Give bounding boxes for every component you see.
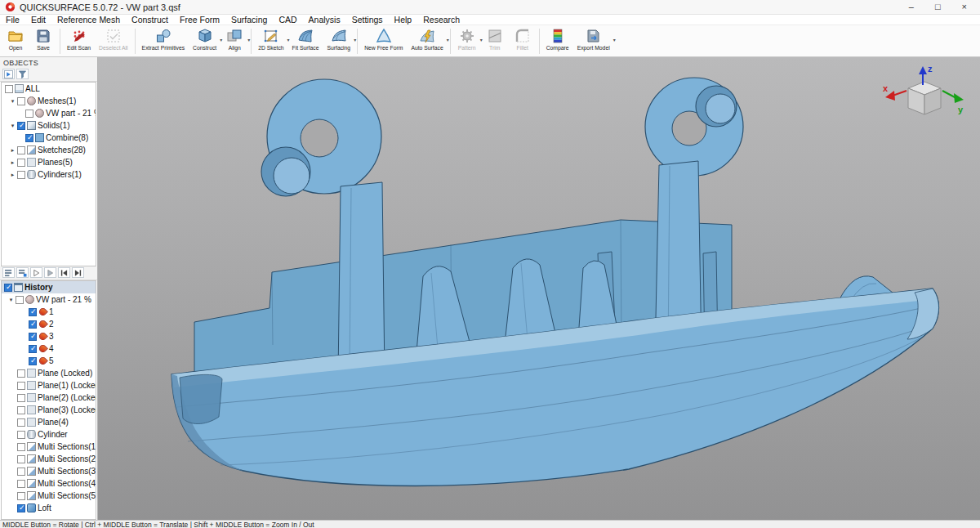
- checkbox[interactable]: [17, 492, 25, 500]
- minimize-button[interactable]: –: [909, 2, 914, 11]
- trim-button[interactable]: Trim: [481, 26, 509, 56]
- checkbox[interactable]: [4, 284, 12, 292]
- tree-row[interactable]: Plane(3) (Locked): [2, 404, 96, 416]
- menu-analysis[interactable]: Analysis: [303, 15, 346, 25]
- fillet-button[interactable]: Fillet: [509, 26, 537, 56]
- tree-row[interactable]: VW part - 21 % (T:: [2, 107, 96, 119]
- show-selected-button[interactable]: [2, 69, 15, 79]
- export-model-button[interactable]: Export Model ▾: [573, 26, 614, 56]
- checkbox[interactable]: [5, 85, 13, 93]
- checkbox[interactable]: [29, 357, 37, 365]
- checkbox[interactable]: [29, 333, 37, 341]
- auto-surface-button[interactable]: Auto Surface ▾: [407, 26, 447, 56]
- checkbox[interactable]: [17, 97, 25, 105]
- tree-row[interactable]: 1: [2, 306, 96, 318]
- tree-row[interactable]: ▾Solids(1): [2, 119, 96, 132]
- replay-step-icon[interactable]: [30, 267, 42, 278]
- tree-row[interactable]: 2: [2, 318, 96, 330]
- checkbox[interactable]: [29, 320, 37, 329]
- tree-row[interactable]: Loft: [2, 502, 96, 514]
- filter-icon[interactable]: [16, 69, 29, 79]
- fit-surface-button[interactable]: Fit Surface: [288, 26, 323, 56]
- menu-help[interactable]: Help: [389, 15, 418, 25]
- skip-start-icon[interactable]: [58, 267, 70, 278]
- tree-row[interactable]: ▸Cylinders(1): [2, 168, 96, 181]
- expander-open-icon[interactable]: ▾: [9, 123, 16, 128]
- tree-row[interactable]: Plane (Locked): [2, 367, 96, 379]
- tree-row[interactable]: ▾VW part - 21 %: [2, 293, 96, 306]
- expander-closed-icon[interactable]: ▸: [9, 172, 16, 177]
- deselect-all-button[interactable]: Deselect All: [95, 26, 132, 56]
- align-button[interactable]: Align ▾: [220, 26, 248, 56]
- surfacing-button[interactable]: Surfacing ▾: [323, 26, 354, 56]
- tree-row[interactable]: 4: [2, 342, 96, 355]
- menu-research[interactable]: Research: [417, 15, 466, 25]
- expander-closed-icon[interactable]: ▸: [9, 147, 16, 153]
- pattern-button[interactable]: Pattern ▾: [453, 26, 481, 56]
- menu-reference-mesh[interactable]: Reference Mesh: [51, 15, 126, 25]
- dropdown-arrow-icon[interactable]: ▾: [447, 37, 449, 43]
- menu-settings[interactable]: Settings: [346, 15, 389, 25]
- 3d-viewport[interactable]: z x y: [98, 57, 980, 520]
- tree-row[interactable]: Plane(2) (Locked): [2, 392, 96, 404]
- tree-row[interactable]: Cylinder: [2, 428, 96, 441]
- dropdown-arrow-icon[interactable]: ▾: [354, 37, 356, 43]
- construct-button[interactable]: Construct ▾: [189, 26, 220, 56]
- extract-primitives-button[interactable]: Extract Primitives: [138, 26, 189, 56]
- expander-open-icon[interactable]: ▾: [9, 98, 16, 104]
- replay-all-icon[interactable]: [44, 267, 56, 278]
- skip-end-icon[interactable]: [72, 267, 84, 278]
- checkbox[interactable]: [17, 443, 25, 451]
- tree-row[interactable]: ▾Meshes(1): [2, 95, 96, 107]
- checkbox[interactable]: [17, 431, 25, 439]
- expander-open-icon[interactable]: ▾: [7, 297, 15, 302]
- cad-model[interactable]: [98, 57, 980, 520]
- tree-row[interactable]: Multi Sections(4): [2, 477, 96, 490]
- checkbox[interactable]: [17, 504, 25, 512]
- compare-button[interactable]: Compare: [542, 26, 573, 56]
- tree-row[interactable]: Multi Sections(1): [2, 441, 96, 453]
- tree-row[interactable]: 5: [2, 355, 96, 367]
- checkbox[interactable]: [17, 480, 25, 488]
- checkbox[interactable]: [17, 418, 25, 427]
- tree-row[interactable]: Plane(4): [2, 416, 96, 428]
- checkbox[interactable]: [17, 468, 25, 476]
- close-button[interactable]: ×: [962, 2, 967, 11]
- expander-closed-icon[interactable]: ▸: [9, 159, 16, 165]
- checkbox[interactable]: [25, 134, 33, 142]
- menu-edit[interactable]: Edit: [25, 15, 51, 25]
- tree-row[interactable]: ▸Planes(5): [2, 156, 96, 168]
- checkbox[interactable]: [29, 308, 37, 316]
- checkbox[interactable]: [17, 122, 25, 130]
- menu-free-form[interactable]: Free Form: [174, 15, 225, 25]
- tree-row[interactable]: ALL: [2, 83, 96, 95]
- tree-row[interactable]: Multi Sections(3): [2, 465, 96, 477]
- checkbox[interactable]: [17, 394, 25, 402]
- tree-row[interactable]: ▸Sketches(28): [2, 144, 96, 156]
- tree-row[interactable]: 3: [2, 330, 96, 342]
- edit-scan-button[interactable]: Edit Scan: [63, 26, 95, 56]
- menu-file[interactable]: File: [0, 15, 25, 25]
- menu-cad[interactable]: CAD: [273, 15, 302, 25]
- open-button[interactable]: Open: [2, 26, 29, 56]
- checkbox[interactable]: [17, 146, 25, 154]
- tree-row[interactable]: Multi Sections(2): [2, 453, 96, 465]
- new-free-form-button[interactable]: New Free Form: [360, 26, 407, 56]
- checkbox[interactable]: [17, 382, 25, 390]
- dropdown-arrow-icon[interactable]: ▾: [247, 37, 250, 43]
- checkbox[interactable]: [17, 171, 25, 179]
- history-list-icon[interactable]: [2, 267, 15, 278]
- orientation-cube[interactable]: z x y: [882, 64, 967, 132]
- tree-row[interactable]: Combine(8): [2, 132, 96, 144]
- checkbox[interactable]: [17, 159, 25, 167]
- save-button[interactable]: Save: [29, 26, 57, 56]
- tree-row[interactable]: Multi Sections(5): [2, 490, 96, 502]
- checkbox[interactable]: [29, 345, 37, 353]
- checkbox[interactable]: [17, 455, 25, 463]
- checkbox[interactable]: [17, 406, 25, 414]
- tree-row[interactable]: History: [2, 281, 96, 293]
- checkbox[interactable]: [17, 369, 25, 378]
- menu-construct[interactable]: Construct: [126, 15, 174, 25]
- checkbox[interactable]: [16, 296, 24, 304]
- history-list-check-icon[interactable]: [16, 267, 29, 278]
